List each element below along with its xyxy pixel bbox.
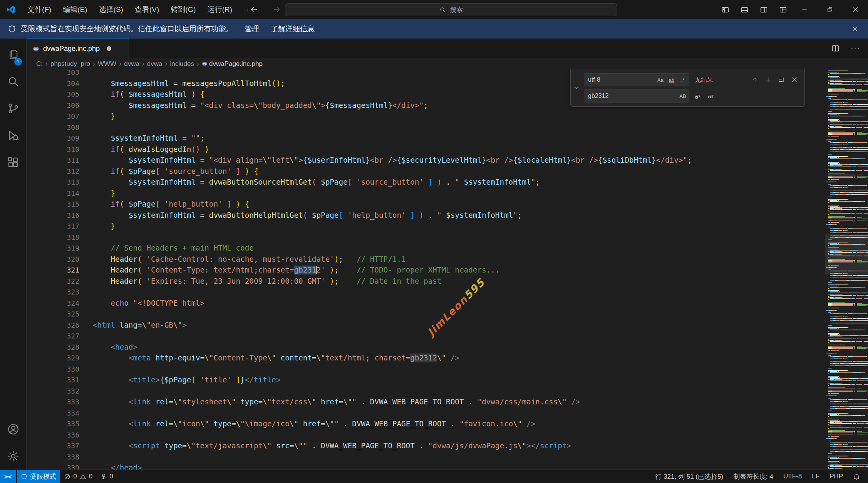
- code-line[interactable]: 336: [27, 430, 825, 441]
- eol-status[interactable]: LF: [808, 473, 823, 480]
- restricted-mode-status[interactable]: 受限模式: [17, 470, 60, 483]
- find-in-selection-button[interactable]: [776, 74, 787, 85]
- code-line[interactable]: 311 $systemInfoHtml = "<div align=\"left…: [27, 155, 825, 166]
- code-line[interactable]: 330: [27, 364, 825, 375]
- code-line[interactable]: 317 }: [27, 221, 825, 232]
- toggle-secondary-sidebar-button[interactable]: [756, 3, 772, 16]
- search-view-button[interactable]: [0, 68, 27, 95]
- menu-selection[interactable]: 选择(S): [93, 3, 129, 17]
- tab-dvwapage[interactable]: php dvwaPage.inc.php: [27, 39, 129, 58]
- breadcrumb-item[interactable]: dvwa: [124, 60, 139, 68]
- replace-button[interactable]: [692, 91, 703, 101]
- code-line[interactable]: 323: [27, 287, 825, 298]
- customize-layout-button[interactable]: [775, 3, 791, 16]
- command-center-search[interactable]: 搜索: [285, 3, 617, 16]
- replace-all-icon: [707, 93, 714, 99]
- menu-file[interactable]: 文件(F): [22, 3, 57, 17]
- indentation-status[interactable]: 制表符长度: 4: [729, 472, 777, 481]
- code-line[interactable]: 325: [27, 309, 825, 320]
- code-line[interactable]: 319 // Send Headers + main HTML code: [27, 243, 825, 254]
- code-line[interactable]: 329 <meta http-equiv=\"Content-Type\" co…: [27, 353, 825, 364]
- menu-goto[interactable]: 转到(G): [165, 3, 201, 17]
- replace-input[interactable]: [588, 93, 678, 99]
- line-number: 309: [27, 133, 79, 144]
- code-line[interactable]: 307 }: [27, 111, 825, 122]
- breadcrumb-item[interactable]: C:: [36, 60, 43, 68]
- banner-manage-link[interactable]: 管理: [245, 24, 259, 34]
- code-line[interactable]: 309 $systemInfoHtml = "";: [27, 133, 825, 144]
- menu-run[interactable]: 运行(R): [202, 3, 238, 17]
- minimap-slider[interactable]: [825, 234, 868, 274]
- code-line[interactable]: 327: [27, 331, 825, 342]
- more-actions-button[interactable]: ···: [848, 41, 863, 56]
- previous-match-button[interactable]: [750, 74, 761, 85]
- explorer-badge: 1: [14, 58, 22, 66]
- split-editor-button[interactable]: [828, 41, 843, 56]
- remote-indicator-button[interactable]: ><: [0, 470, 16, 483]
- toggle-panel-button[interactable]: [736, 3, 752, 16]
- preserve-case-button[interactable]: AB: [678, 91, 688, 101]
- code-editor[interactable]: 303304 $messagesHtml = messagesPopAllToH…: [27, 69, 868, 470]
- code-line[interactable]: 313 $systemInfoHtml = dvwaButtonSourceHt…: [27, 177, 825, 188]
- breadcrumb-item[interactable]: dvwa: [147, 60, 163, 68]
- account-button[interactable]: [0, 416, 27, 443]
- encoding-status[interactable]: UTF-8: [779, 473, 806, 480]
- next-match-button[interactable]: [763, 74, 774, 85]
- code-line[interactable]: 331 <title>{$pPage[ 'title' ]}</title>: [27, 375, 825, 386]
- code-line[interactable]: 333 <link rel=\"stylesheet\" type=\"text…: [27, 397, 825, 408]
- menu-view[interactable]: 查看(V): [129, 3, 165, 17]
- modified-dot-icon[interactable]: [107, 46, 111, 51]
- close-window-button[interactable]: [843, 0, 868, 19]
- extensions-view-button[interactable]: [0, 149, 27, 176]
- menu-edit[interactable]: 编辑(E): [57, 3, 93, 17]
- breadcrumb-item[interactable]: phpstudy_pro: [50, 60, 90, 68]
- run-debug-view-button[interactable]: [0, 122, 27, 149]
- code-line[interactable]: 334: [27, 408, 825, 419]
- code-line[interactable]: 322 Header( 'Expires: Tue, 23 Jun 2009 1…: [27, 276, 825, 287]
- explorer-view-button[interactable]: 1: [0, 41, 27, 68]
- minimize-button[interactable]: [792, 0, 817, 19]
- code-line[interactable]: 315 if( $pPage[ 'help_button' ] ) {: [27, 199, 825, 210]
- minimap[interactable]: [825, 69, 868, 470]
- language-mode-status[interactable]: PHP: [826, 473, 847, 480]
- regex-button[interactable]: .*: [678, 75, 688, 85]
- code-line[interactable]: 326<html lang=\"en-GB\">: [27, 320, 825, 331]
- code-line[interactable]: 328 <head>: [27, 342, 825, 353]
- code-line[interactable]: 337 <script type=\"text/javascript\" src…: [27, 441, 825, 452]
- find-input[interactable]: [588, 76, 655, 83]
- code-line[interactable]: 338: [27, 452, 825, 463]
- settings-gear-button[interactable]: [0, 443, 27, 470]
- go-forward-button[interactable]: [269, 3, 284, 16]
- close-find-button[interactable]: [789, 74, 800, 85]
- code-line[interactable]: 316 $systemInfoHtml = dvwaButtonHelpHtml…: [27, 210, 825, 221]
- replace-all-button[interactable]: [705, 91, 716, 101]
- banner-close-button[interactable]: [849, 23, 861, 35]
- code-line[interactable]: 318: [27, 232, 825, 243]
- cursor-position-status[interactable]: 行 321, 列 51 (已选择5): [651, 472, 727, 481]
- find-replace-widget: Aa ab .* 无结果: [570, 69, 805, 107]
- code-line[interactable]: 335 <link rel=\"icon\" type=\"\image/ico…: [27, 419, 825, 430]
- toggle-replace-button[interactable]: [571, 69, 581, 106]
- breadcrumb-item[interactable]: WWW: [98, 60, 116, 68]
- go-back-button[interactable]: [246, 3, 262, 16]
- code-line[interactable]: 332: [27, 386, 825, 397]
- breadcrumb-item[interactable]: includes: [170, 60, 194, 68]
- code-line[interactable]: 312 if( $pPage[ 'source_button' ] ) {: [27, 166, 825, 177]
- code-line[interactable]: 310 if( dvwaIsLoggedIn() ): [27, 144, 825, 155]
- code-line[interactable]: 320 Header( 'Cache-Control: no-cache, mu…: [27, 254, 825, 265]
- banner-learn-more-link[interactable]: 了解详细信息: [271, 24, 315, 34]
- match-case-button[interactable]: Aa: [655, 75, 665, 85]
- code-line[interactable]: 314 }: [27, 188, 825, 199]
- code-line[interactable]: 308: [27, 122, 825, 133]
- ports-status[interactable]: 0: [96, 470, 117, 483]
- restore-button[interactable]: [817, 0, 843, 19]
- code-line[interactable]: 321 Header( 'Content-Type: text/html;cha…: [27, 265, 825, 276]
- code-line[interactable]: 339 </head>: [27, 463, 825, 470]
- breadcrumb-item-file[interactable]: dvwaPage.inc.php: [209, 60, 263, 68]
- source-control-view-button[interactable]: [0, 95, 27, 122]
- whole-word-button[interactable]: ab: [667, 75, 677, 85]
- problems-status[interactable]: 0 0: [60, 470, 96, 483]
- notifications-button[interactable]: [849, 473, 864, 480]
- code-line[interactable]: 324 echo "<!DOCTYPE html>: [27, 298, 825, 309]
- toggle-sidebar-button[interactable]: [717, 3, 733, 16]
